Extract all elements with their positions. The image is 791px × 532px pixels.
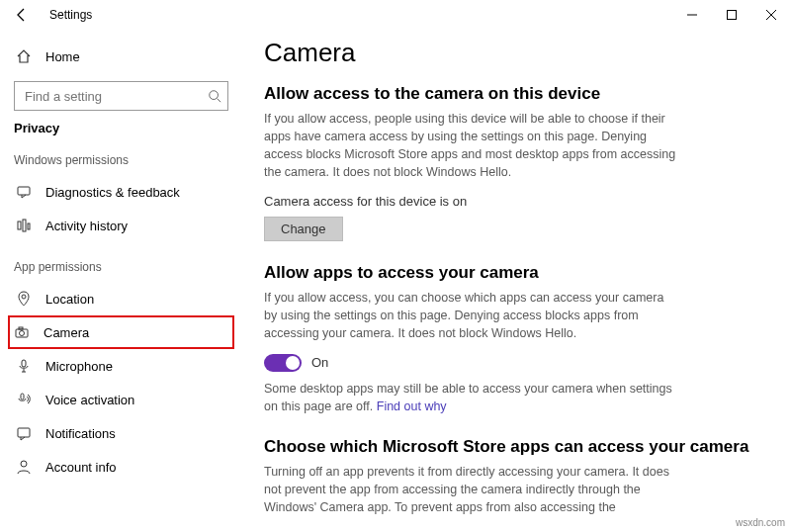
section-heading: Allow access to the camera on this devic…	[264, 84, 771, 104]
maximize-button[interactable]	[712, 0, 751, 30]
search-box[interactable]	[14, 81, 228, 111]
sidebar-item-label: Camera	[44, 325, 89, 340]
page-title: Camera	[264, 38, 771, 68]
sidebar-item-label: Account info	[45, 460, 117, 475]
sidebar-item-notifications[interactable]: Notifications	[14, 416, 228, 450]
change-button[interactable]: Change	[264, 217, 343, 241]
sidebar-item-location[interactable]: Location	[14, 282, 228, 315]
search-icon	[208, 89, 221, 103]
sidebar-item-activity[interactable]: Activity history	[14, 209, 228, 242]
section-header-privacy: Privacy	[14, 121, 228, 135]
group-app-permissions: App permissions	[14, 260, 228, 274]
location-icon	[16, 291, 38, 307]
section-description: Turning off an app prevents it from dire…	[264, 463, 679, 516]
sidebar: Home Privacy Windows permissions Diagnos…	[0, 30, 242, 532]
sidebar-item-camera[interactable]: Camera	[8, 315, 234, 349]
svg-rect-6	[18, 187, 30, 195]
nav-home[interactable]: Home	[14, 40, 228, 73]
minimize-icon	[687, 10, 697, 20]
section-app-access: Allow apps to access your camera If you …	[264, 263, 771, 416]
minimize-button[interactable]	[672, 0, 712, 30]
toggle-camera-apps[interactable]	[264, 354, 302, 372]
sidebar-item-label: Activity history	[45, 219, 128, 233]
sidebar-item-label: Notifications	[45, 426, 116, 441]
section-description: If you allow access, people using this d…	[264, 110, 679, 182]
section-heading: Choose which Microsoft Store apps can ac…	[264, 437, 771, 457]
voice-icon	[16, 392, 38, 407]
svg-rect-7	[18, 222, 21, 229]
section-heading: Allow apps to access your camera	[264, 263, 771, 283]
watermark: wsxdn.com	[736, 517, 785, 528]
feedback-icon	[16, 184, 38, 200]
svg-rect-9	[28, 223, 30, 229]
find-out-why-link[interactable]: Find out why	[377, 399, 447, 413]
svg-rect-14	[22, 360, 26, 367]
toggle-label: On	[311, 355, 328, 370]
sidebar-item-account[interactable]: Account info	[14, 450, 228, 484]
svg-line-5	[218, 99, 221, 103]
home-icon	[16, 48, 38, 64]
svg-point-12	[20, 331, 25, 336]
arrow-left-icon	[14, 7, 30, 23]
camera-icon	[14, 324, 36, 340]
close-icon	[766, 10, 776, 20]
activity-icon	[16, 218, 38, 233]
back-button[interactable]	[14, 7, 38, 23]
svg-rect-8	[23, 220, 26, 231]
section-device-access: Allow access to the camera on this devic…	[264, 84, 771, 241]
sidebar-item-label: Microphone	[45, 359, 113, 374]
svg-rect-13	[19, 327, 23, 329]
svg-rect-16	[18, 428, 30, 437]
sidebar-item-diagnostics[interactable]: Diagnostics & feedback	[14, 175, 228, 209]
account-icon	[16, 459, 38, 475]
close-button[interactable]	[751, 0, 791, 30]
content-pane: Camera Allow access to the camera on thi…	[242, 30, 791, 532]
sidebar-item-voice[interactable]: Voice activation	[14, 383, 228, 416]
svg-point-4	[210, 91, 219, 100]
device-access-status: Camera access for this device is on	[264, 194, 771, 209]
sidebar-item-label: Voice activation	[45, 393, 134, 407]
svg-rect-15	[21, 394, 24, 399]
svg-point-17	[21, 461, 27, 467]
maximize-icon	[727, 10, 737, 20]
sidebar-item-label: Location	[45, 292, 94, 307]
sidebar-item-microphone[interactable]: Microphone	[14, 349, 228, 383]
sidebar-item-label: Diagnostics & feedback	[45, 185, 180, 200]
search-input[interactable]	[23, 88, 208, 105]
svg-point-10	[22, 295, 26, 299]
microphone-icon	[16, 358, 38, 374]
section-description: If you allow access, you can choose whic…	[264, 289, 679, 342]
section-store-apps: Choose which Microsoft Store apps can ac…	[264, 437, 771, 516]
group-windows-permissions: Windows permissions	[14, 153, 228, 167]
svg-rect-1	[728, 11, 737, 20]
nav-home-label: Home	[45, 49, 80, 64]
titlebar: Settings	[0, 0, 791, 30]
window-title: Settings	[49, 8, 92, 22]
window-controls	[672, 0, 791, 30]
desktop-apps-note: Some desktop apps may still be able to a…	[264, 380, 679, 415]
notifications-icon	[16, 425, 38, 441]
